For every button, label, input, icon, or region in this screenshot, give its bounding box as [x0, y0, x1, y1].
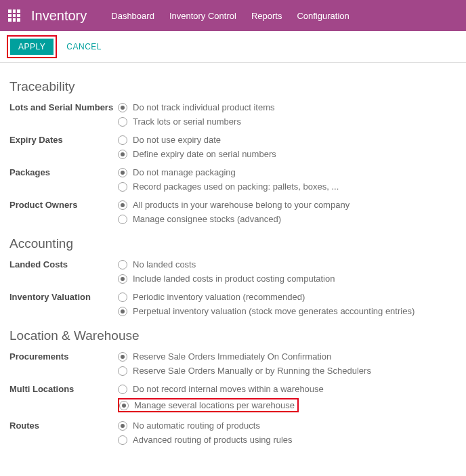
radio-option[interactable]: Do not use expiry date [118, 133, 457, 148]
setting-label: Inventory Valuation [9, 290, 118, 302]
option-label: Manage several locations per warehouse [134, 400, 295, 410]
radio-option[interactable]: Do not record internal moves within a wa… [118, 383, 457, 397]
nav-links: Dashboard Inventory Control Reports Conf… [111, 11, 349, 21]
topbar: Inventory Dashboard Inventory Control Re… [0, 0, 466, 31]
option-label: Include landed costs in product costing … [133, 274, 335, 284]
radio-option[interactable]: Reserve Sale Orders Immediately On Confi… [118, 350, 457, 364]
radio-option[interactable]: Do not track individual product items [118, 101, 457, 115]
radio-icon[interactable] [119, 401, 129, 410]
apply-highlight: APPLY [7, 35, 57, 58]
setting-options: Do not manage packagingRecord packages u… [118, 166, 457, 194]
highlight-box: Manage several locations per warehouse [118, 398, 299, 412]
option-label: All products in your warehouse belong to… [133, 200, 350, 210]
setting-options: Periodic inventory valuation (recommende… [118, 290, 457, 319]
option-label: Reserve Sale Orders Immediately On Confi… [133, 351, 331, 362]
radio-icon[interactable] [118, 366, 127, 376]
radio-option[interactable]: Include landed costs in product costing … [118, 272, 457, 286]
radio-icon[interactable] [118, 435, 127, 445]
settings-group: Location & WarehouseProcurementsReserve … [9, 328, 457, 448]
option-label: Advanced routing of products using rules [133, 435, 293, 445]
option-label: No automatic routing of products [133, 420, 260, 431]
setting-label: Routes [9, 419, 118, 431]
option-label: Manage consignee stocks (advanced) [133, 214, 281, 224]
radio-icon[interactable] [118, 168, 127, 177]
group-title: Traceability [9, 79, 457, 94]
nav-dashboard[interactable]: Dashboard [111, 11, 154, 21]
setting-label: Procurements [9, 350, 118, 362]
setting-options: Do not use expiry dateDefine expiry date… [118, 133, 457, 162]
option-label: Perpetual inventory valuation (stock mov… [133, 306, 415, 316]
radio-option[interactable]: No automatic routing of products [118, 419, 457, 433]
radio-option[interactable]: Reserve Sale Orders Manually or by Runni… [118, 364, 457, 378]
setting-row: PackagesDo not manage packagingRecord pa… [9, 166, 457, 194]
option-label: Track lots or serial numbers [133, 116, 241, 127]
radio-icon[interactable] [118, 352, 127, 362]
radio-option[interactable]: No landed costs [118, 258, 457, 272]
group-title: Location & Warehouse [9, 328, 457, 343]
radio-icon[interactable] [118, 182, 127, 192]
setting-label: Lots and Serial Numbers [9, 101, 118, 112]
radio-icon[interactable] [118, 103, 127, 112]
radio-icon[interactable] [118, 200, 127, 210]
radio-option[interactable]: Perpetual inventory valuation (stock mov… [118, 305, 457, 319]
setting-row: Landed CostsNo landed costsInclude lande… [9, 258, 457, 286]
radio-icon[interactable] [118, 274, 127, 284]
radio-option[interactable]: Manage consignee stocks (advanced) [118, 213, 457, 227]
radio-icon[interactable] [118, 421, 127, 431]
settings-content: TraceabilityLots and Serial NumbersDo no… [0, 63, 466, 465]
nav-inventory-control[interactable]: Inventory Control [169, 11, 236, 21]
radio-icon[interactable] [118, 293, 127, 302]
setting-label: Expiry Dates [9, 133, 118, 145]
radio-icon[interactable] [118, 215, 127, 224]
radio-icon[interactable] [118, 117, 127, 127]
radio-icon[interactable] [118, 307, 127, 316]
option-label: Do not record internal moves within a wa… [133, 384, 324, 394]
radio-option[interactable]: All products in your warehouse belong to… [118, 198, 457, 213]
radio-icon[interactable] [118, 385, 127, 394]
radio-option[interactable]: Track lots or serial numbers [118, 115, 457, 129]
setting-label: Landed Costs [9, 258, 118, 269]
radio-icon[interactable] [118, 150, 127, 159]
setting-label: Packages [9, 166, 118, 177]
option-label: No landed costs [133, 259, 196, 269]
radio-option[interactable]: Periodic inventory valuation (recommende… [118, 290, 457, 305]
group-title: Accounting [9, 236, 457, 251]
option-label: Do not use expiry date [133, 135, 221, 145]
app-title: Inventory [31, 8, 87, 24]
setting-options: No automatic routing of productsAdvanced… [118, 419, 457, 448]
radio-icon[interactable] [118, 135, 127, 145]
radio-option[interactable]: Do not manage packaging [118, 166, 457, 180]
radio-icon[interactable] [118, 260, 127, 269]
option-label: Do not track individual product items [133, 102, 275, 112]
settings-group: AccountingLanded CostsNo landed costsInc… [9, 236, 457, 319]
setting-options: Reserve Sale Orders Immediately On Confi… [118, 350, 457, 378]
option-label: Reserve Sale Orders Manually or by Runni… [133, 366, 371, 376]
setting-options: All products in your warehouse belong to… [118, 198, 457, 227]
setting-row: Multi LocationsDo not record internal mo… [9, 383, 457, 415]
setting-row: ProcurementsReserve Sale Orders Immediat… [9, 350, 457, 378]
setting-row: RoutesNo automatic routing of productsAd… [9, 419, 457, 448]
setting-row: Product OwnersAll products in your wareh… [9, 198, 457, 227]
setting-label: Multi Locations [9, 383, 118, 394]
setting-row: Expiry DatesDo not use expiry dateDefine… [9, 133, 457, 162]
setting-options: Do not record internal moves within a wa… [118, 383, 457, 415]
option-label: Do not manage packaging [133, 167, 236, 177]
nav-configuration[interactable]: Configuration [297, 11, 349, 21]
setting-row: Inventory ValuationPeriodic inventory va… [9, 290, 457, 319]
setting-options: Do not track individual product itemsTra… [118, 101, 457, 129]
cancel-button[interactable]: CANCEL [57, 37, 111, 56]
settings-group: TraceabilityLots and Serial NumbersDo no… [9, 79, 457, 227]
radio-option[interactable]: Manage several locations per warehouse [118, 397, 457, 415]
apply-button[interactable]: APPLY [10, 39, 54, 55]
option-label: Define expiry date on serial numbers [133, 149, 276, 159]
radio-option[interactable]: Record packages used on packing: pallets… [118, 180, 457, 194]
option-label: Record packages used on packing: pallets… [133, 181, 339, 192]
option-label: Periodic inventory valuation (recommende… [133, 292, 305, 302]
setting-row: Lots and Serial NumbersDo not track indi… [9, 101, 457, 129]
apps-icon[interactable] [8, 9, 20, 22]
radio-option[interactable]: Advanced routing of products using rules [118, 433, 457, 448]
radio-option[interactable]: Define expiry date on serial numbers [118, 148, 457, 162]
setting-options: No landed costsInclude landed costs in p… [118, 258, 457, 286]
actionbar: APPLY CANCEL [0, 31, 466, 63]
nav-reports[interactable]: Reports [251, 11, 282, 21]
